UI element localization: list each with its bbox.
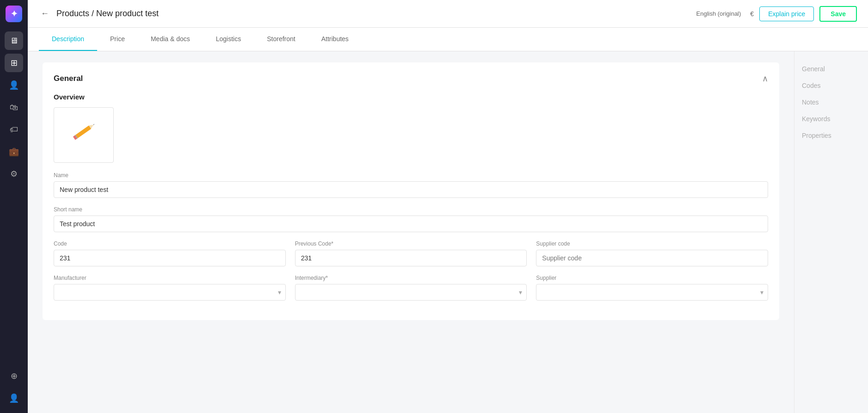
back-button[interactable]: ← [39,7,51,20]
supplier-code-input[interactable] [536,250,768,266]
name-field-group: Name [54,172,768,198]
product-image[interactable] [54,107,114,163]
name-label: Name [54,172,768,179]
save-button[interactable]: Save [819,6,857,22]
page-content: General ∧ Overview [28,51,794,413]
sidebar-icon-tags[interactable]: 🏷 [5,120,23,139]
code-input[interactable] [54,250,286,266]
sidebar-icon-shopping[interactable]: 🛍 [5,98,23,117]
tab-price[interactable]: Price [97,28,138,51]
supplier-field-group: Supplier ▾ [536,275,768,301]
supplier-input[interactable] [536,284,768,301]
app-logo[interactable]: ✦ [6,6,22,22]
content-area: General ∧ Overview [28,51,868,413]
intermediary-field-group: Intermediary* ▾ [295,275,527,301]
pencil-icon [68,119,100,151]
tab-media[interactable]: Media & docs [138,28,203,51]
sidebar-icon-grid[interactable]: ⊞ [5,54,23,72]
svg-marker-4 [93,123,95,125]
prev-code-input[interactable] [295,250,527,266]
tab-attributes[interactable]: Attributes [308,28,362,51]
manufacturer-label: Manufacturer [54,275,286,281]
intermediary-label: Intermediary* [295,275,527,281]
general-section: General ∧ Overview [43,62,779,320]
language-selector[interactable]: English (original) [696,10,741,17]
overview-title: Overview [54,93,768,101]
short-name-label: Short name [54,206,768,213]
right-sidebar: General Codes Notes Keywords Properties [794,51,868,413]
right-sidebar-item-properties[interactable]: Properties [802,127,861,144]
right-sidebar-item-notes[interactable]: Notes [802,94,861,111]
short-name-field-group: Short name [54,206,768,232]
sidebar-icon-settings[interactable]: ⚙ [5,165,23,183]
supplier-label: Supplier [536,275,768,281]
intermediary-input[interactable] [295,284,527,301]
name-input[interactable] [54,181,768,198]
right-sidebar-item-codes[interactable]: Codes [802,77,861,94]
left-sidebar: ✦ 🖥 ⊞ 👤 🛍 🏷 💼 ⚙ ⊕ 👤 [0,0,28,413]
right-sidebar-item-general[interactable]: General [802,61,861,77]
tab-logistics[interactable]: Logistics [203,28,254,51]
section-header: General ∧ [54,74,768,84]
short-name-input[interactable] [54,216,768,232]
sidebar-icon-add[interactable]: ⊕ [5,367,23,385]
tab-description[interactable]: Description [39,28,97,51]
tab-storefront[interactable]: Storefront [254,28,308,51]
topbar: ← Products / New product test English (o… [28,0,868,28]
manufacturer-field-group: Manufacturer ▾ [54,275,286,301]
code-field-group: Code [54,240,286,266]
code-row: Code Previous Code* Supplier code [54,240,768,275]
code-label: Code [54,240,286,247]
prev-code-field-group: Previous Code* [295,240,527,266]
manufacturer-input[interactable] [54,284,286,301]
prev-code-label: Previous Code* [295,240,527,247]
tab-bar: Description Price Media & docs Logistics… [28,28,868,51]
collapse-icon[interactable]: ∧ [762,74,768,84]
manufacturer-row: Manufacturer ▾ Intermediary* ▾ [54,275,768,309]
section-title: General [54,74,83,83]
sidebar-icon-profile[interactable]: 👤 [5,389,23,407]
supplier-code-label: Supplier code [536,240,768,247]
explain-price-button[interactable]: Explain price [759,6,814,21]
sidebar-icon-users[interactable]: 👤 [5,76,23,94]
sidebar-icon-briefcase[interactable]: 💼 [5,142,23,161]
currency-indicator: € [750,10,754,18]
right-sidebar-item-keywords[interactable]: Keywords [802,111,861,127]
sidebar-icon-monitor[interactable]: 🖥 [5,31,23,50]
supplier-code-field-group: Supplier code [536,240,768,266]
page-breadcrumb: Products / New product test [56,9,159,18]
main-panel: ← Products / New product test English (o… [28,0,868,413]
